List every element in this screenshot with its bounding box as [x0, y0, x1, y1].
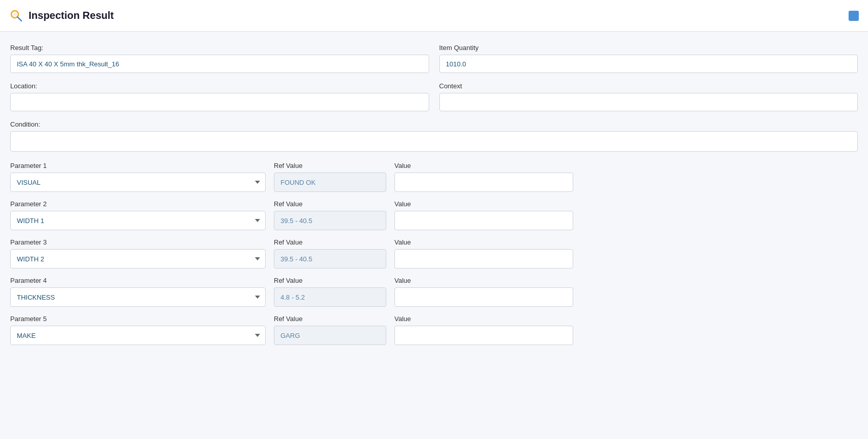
- parameter-row-5: Parameter 5 MAKE Ref Value Value: [10, 315, 858, 345]
- context-label: Context: [439, 82, 858, 90]
- value-group-5: Value: [394, 315, 573, 345]
- param-select-4[interactable]: THICKNESS: [10, 287, 266, 307]
- param-select-3[interactable]: WIDTH 2: [10, 249, 266, 269]
- ref-group-5: Ref Value: [274, 315, 386, 345]
- value-group-3: Value: [394, 238, 573, 269]
- ref-label-1: Ref Value: [274, 162, 386, 169]
- corner-indicator: [849, 11, 859, 21]
- param-group-5: Parameter 5 MAKE: [10, 315, 266, 345]
- ref-label-2: Ref Value: [274, 200, 386, 208]
- result-tag-group: Result Tag:: [10, 44, 429, 73]
- header: Inspection Result: [0, 0, 868, 32]
- param-label-1: Parameter 1: [10, 162, 266, 169]
- ref-input-3: [274, 249, 386, 269]
- ref-label-5: Ref Value: [274, 315, 386, 323]
- value-label-1: Value: [394, 162, 573, 169]
- value-group-1: Value: [394, 162, 573, 192]
- app-icon: [9, 9, 24, 23]
- ref-group-4: Ref Value: [274, 277, 386, 307]
- content-area: Result Tag: Item Quantity Location: Cont…: [0, 32, 868, 439]
- value-label-5: Value: [394, 315, 573, 323]
- item-quantity-input[interactable]: [439, 55, 858, 73]
- ref-group-3: Ref Value: [274, 238, 386, 269]
- result-tag-input[interactable]: [10, 55, 429, 73]
- ref-input-2: [274, 211, 386, 230]
- item-quantity-label: Item Quantity: [439, 44, 858, 52]
- location-input[interactable]: [10, 93, 429, 111]
- parameters-section: Parameter 1 VISUAL Ref Value Value Param…: [10, 162, 858, 345]
- condition-label: Condition:: [10, 120, 858, 128]
- param-select-2[interactable]: WIDTH 1: [10, 211, 266, 230]
- value-group-2: Value: [394, 200, 573, 230]
- param-group-4: Parameter 4 THICKNESS: [10, 277, 266, 307]
- value-input-3[interactable]: [394, 249, 573, 269]
- param-select-1[interactable]: VISUAL: [10, 173, 266, 192]
- param-group-3: Parameter 3 WIDTH 2: [10, 238, 266, 269]
- location-label: Location:: [10, 82, 429, 90]
- param-group-2: Parameter 2 WIDTH 1: [10, 200, 266, 230]
- param-select-5[interactable]: MAKE: [10, 326, 266, 345]
- param-group-1: Parameter 1 VISUAL: [10, 162, 266, 192]
- param-label-5: Parameter 5: [10, 315, 266, 323]
- parameter-row-1: Parameter 1 VISUAL Ref Value Value: [10, 162, 858, 192]
- value-label-3: Value: [394, 238, 573, 246]
- ref-group-1: Ref Value: [274, 162, 386, 192]
- parameter-row-2: Parameter 2 WIDTH 1 Ref Value Value: [10, 200, 858, 230]
- page-title: Inspection Result: [29, 10, 114, 21]
- ref-input-1: [274, 173, 386, 192]
- context-group: Context: [439, 82, 858, 111]
- row-location-context: Location: Context: [10, 82, 858, 111]
- item-quantity-group: Item Quantity: [439, 44, 858, 73]
- value-label-2: Value: [394, 200, 573, 208]
- ref-group-2: Ref Value: [274, 200, 386, 230]
- value-group-4: Value: [394, 277, 573, 307]
- param-label-3: Parameter 3: [10, 238, 266, 246]
- param-label-2: Parameter 2: [10, 200, 266, 208]
- row-condition: Condition:: [10, 120, 858, 152]
- svg-point-2: [13, 12, 17, 16]
- condition-input[interactable]: [10, 131, 858, 152]
- ref-input-4: [274, 287, 386, 307]
- parameter-row-4: Parameter 4 THICKNESS Ref Value Value: [10, 277, 858, 307]
- parameter-row-3: Parameter 3 WIDTH 2 Ref Value Value: [10, 238, 858, 269]
- svg-line-1: [17, 17, 21, 21]
- value-input-5[interactable]: [394, 326, 573, 345]
- row-result-tag-quantity: Result Tag: Item Quantity: [10, 44, 858, 73]
- value-label-4: Value: [394, 277, 573, 284]
- ref-label-3: Ref Value: [274, 238, 386, 246]
- context-input[interactable]: [439, 93, 858, 111]
- result-tag-label: Result Tag:: [10, 44, 429, 52]
- ref-input-5: [274, 326, 386, 345]
- condition-group: Condition:: [10, 120, 858, 152]
- value-input-2[interactable]: [394, 211, 573, 230]
- param-label-4: Parameter 4: [10, 277, 266, 284]
- app-container: Inspection Result Result Tag: Item Quant…: [0, 0, 868, 439]
- value-input-1[interactable]: [394, 173, 573, 192]
- location-group: Location:: [10, 82, 429, 111]
- value-input-4[interactable]: [394, 287, 573, 307]
- ref-label-4: Ref Value: [274, 277, 386, 284]
